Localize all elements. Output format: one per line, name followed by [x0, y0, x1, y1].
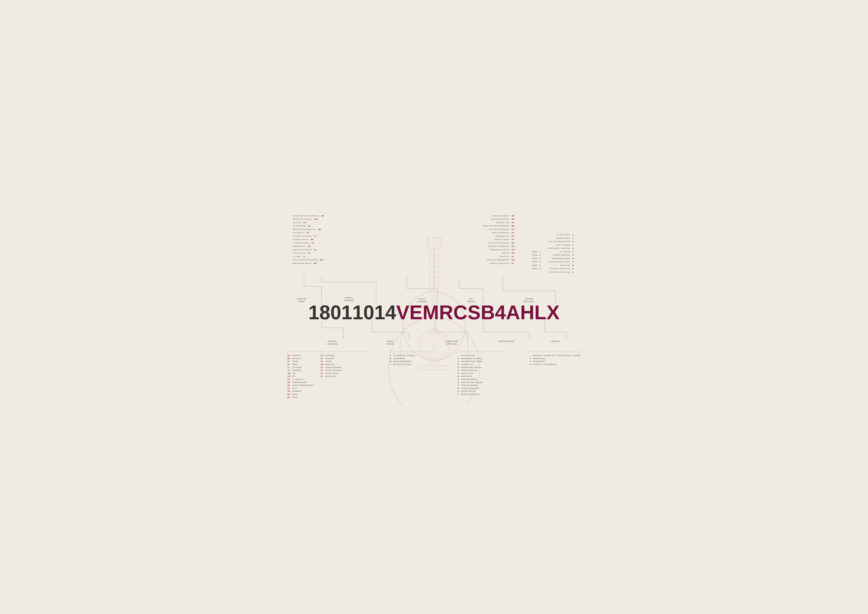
code-row: MALAYSIAN BLACKWOODMB: [293, 259, 326, 263]
serial-char: 0: [330, 303, 341, 322]
svg-text:BODY: BODY: [387, 340, 394, 342]
code-row: INDIAN ROSEWOODIR: [293, 249, 326, 252]
svg-text:OF MAKE: OF MAKE: [327, 343, 338, 345]
code-row: SPALTED MANGOMO: [493, 215, 516, 218]
code-row: 6-STRING (UKULELE)6: [550, 267, 575, 271]
serial-char: 8: [319, 303, 330, 322]
svg-text:NUMBER: NUMBER: [344, 299, 353, 302]
svg-text:NUT: NUT: [469, 298, 474, 300]
svg-text:OPTIONS: OPTIONS: [446, 343, 457, 345]
serial-char: X: [547, 303, 560, 322]
code-row: AFRICAN ZEBRAWOODZW: [487, 259, 516, 263]
nut-width-row: 37MM2: [532, 254, 541, 258]
code-row: PERNAMBUCOPB: [495, 235, 516, 239]
serial-char: 1: [352, 303, 363, 322]
code-row: LEFT HANDEDL: [556, 244, 575, 247]
nut-width-row: 44MM4: [532, 261, 541, 264]
svg-text:MAKE: MAKE: [299, 300, 305, 303]
body-shape-abbrs: RAROSIVEVITEOMOOTODRSDALBABSNO: [288, 354, 291, 399]
serial-char: S: [468, 303, 481, 322]
code-row: HYBRID BRACINGU: [553, 254, 575, 258]
serial-char: C: [453, 303, 468, 322]
svg-text:OPTIONS: OPTIONS: [524, 300, 535, 303]
svg-text:SIGNATURE: SIGNATURE: [445, 340, 458, 342]
serial-number: 18011014VEMRCSB4AHLX: [281, 303, 587, 322]
svg-text:SHAPE: SHAPE: [386, 343, 394, 345]
svg-text:MONTH: MONTH: [328, 340, 336, 342]
serial-char: 1: [308, 303, 319, 322]
code-row: MADAGASCAR ROSEWOODMR: [483, 225, 516, 229]
svg-text:SOUNDBOARD: SOUNDBOARD: [498, 340, 515, 342]
serial-char: 4: [385, 303, 396, 322]
serial-char: M: [423, 303, 439, 322]
serial-char: 1: [341, 303, 352, 322]
serial-char: A: [506, 303, 520, 322]
code-row: MACASSAR EBONYME: [293, 263, 326, 266]
code-row: SANTOS ROSEWOODSR: [489, 242, 516, 246]
code-row: GRANADILLOGR: [293, 245, 326, 249]
serial-char: H: [520, 303, 534, 322]
code-row: BLOODWOODBL: [293, 225, 326, 229]
code-row: TORREFIED WOODW: [552, 258, 575, 261]
code-row: BEVELED BODY RESTZ: [549, 261, 575, 264]
code-row: SPECIAL REQUESTS00: [490, 263, 516, 266]
code-row: KHAYA MAHOGANYMH: [491, 218, 516, 222]
svg-text:& SIDES: & SIDES: [417, 300, 427, 303]
code-row: FLAMED SAPELEFS: [293, 242, 326, 246]
svg-text:YEAR OF: YEAR OF: [296, 298, 307, 300]
code-row: TASMANIAN MYRTLETM: [489, 249, 516, 252]
code-row: BARITONEB: [560, 264, 575, 268]
code-row: ZIRICOTEZC: [500, 256, 516, 259]
code-row: 8-STRING (UKULELE)8: [550, 271, 575, 275]
code-row: FLAMED MAPLEFM: [293, 238, 326, 242]
serial-char: R: [439, 303, 453, 322]
nut-width-row: 35MM1: [532, 251, 541, 254]
nut-width-row: 43MM3: [532, 258, 541, 261]
code-row: FANNED FRETF: [556, 237, 575, 241]
code-row: BOCOTEBO: [293, 222, 326, 225]
nut-width-row: 52MM6: [532, 267, 541, 271]
code-row: LYCHEELY: [293, 256, 326, 259]
code-row: 12-STRINGT: [560, 251, 575, 254]
serial-char: L: [535, 303, 547, 322]
code-row: 3-PIECE BACK3: [556, 234, 575, 237]
serial-char: 4: [495, 303, 506, 322]
svg-text:SERIAL: SERIAL: [344, 297, 353, 299]
code-row: AMERICAN WALNUTAW: [293, 218, 326, 222]
serial-char: V: [396, 303, 409, 322]
code-row: SPANISH CYPRESSCY: [293, 235, 326, 239]
code-row: AFRICAN PADAUKPA: [492, 232, 516, 235]
serial-char: 1: [374, 303, 385, 322]
serial-char: B: [481, 303, 495, 322]
code-row: SLOTTED HEADSTOCKH: [548, 241, 575, 244]
code-row: AUSTRALIAN BLACKWOODAB: [293, 215, 326, 218]
nut-width-row: 48MM5: [532, 264, 541, 268]
svg-text:SERIES: SERIES: [551, 340, 560, 342]
code-row: PURPLE HEARTPH: [494, 238, 516, 242]
body-shape-names: RAFFLESROSETTASINGAVERAVICTORIATEMASEKOM…: [292, 354, 314, 399]
serial-char: E: [409, 303, 423, 322]
code-row: MONKEY PODMP: [496, 222, 516, 225]
svg-text:BACK: BACK: [419, 298, 425, 300]
serial-char: 0: [363, 303, 374, 322]
code-row: COCOBOLOCO: [293, 232, 326, 235]
code-row: ADIRONDACK BRACINGQ: [547, 247, 575, 251]
code-row: WENGEWE: [502, 252, 516, 256]
code-row: BRAZILIAN ROSEWOODBR: [293, 229, 326, 232]
code-row: SENEGAL ROSEWOODSG: [488, 245, 516, 249]
code-row: PACIFIC KOAKO: [293, 252, 326, 256]
svg-text:WIDTH: WIDTH: [467, 300, 475, 303]
code-row: AFRICAN OVANGKOLOV: [489, 229, 516, 232]
svg-text:OTHER: OTHER: [525, 298, 533, 300]
